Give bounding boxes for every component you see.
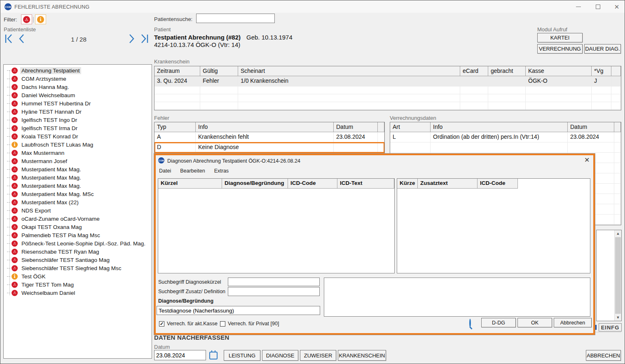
calendar-button[interactable] [208,350,218,360]
patient-list-item[interactable]: Pößneck-Test Leonie-Sophie Dipl.-Soz. Pä… [7,239,151,247]
scroll-up-icon[interactable]: ▲ [615,230,621,237]
dauer-diag-button[interactable]: DAUER DIAG. [584,44,621,54]
filter-error-button[interactable]: ⚠ [21,14,32,24]
patient-list-item[interactable]: Test ÖGK [7,272,151,280]
patient-list-item[interactable]: Igelfisch TEST Irma Dr [7,124,151,132]
patient-list-item[interactable]: Musterpatient Max Mag. [7,173,151,182]
diagnosen-table[interactable]: Kürzel Diagnose/Begründung ICD-Code ICD-… [158,178,395,273]
zuweiser-button[interactable]: ZUWEISER [300,350,336,361]
fehler-row-selected[interactable]: D Keine Diagnose [154,142,384,153]
patient-list-item[interactable]: Musterpatient Max Mag. [7,165,151,173]
col-typ[interactable]: Typ [154,122,196,132]
patient-list-item[interactable]: Hummel TEST Hubertina Dr [7,99,151,107]
krankenschein-button[interactable]: KRANKENSCHEIN [338,350,386,361]
menu-datei[interactable]: Datei [159,168,171,174]
privat-checkbox[interactable]: Verrech. für Privat [90] [220,321,279,327]
col-gebracht[interactable]: gebracht [488,66,526,76]
menu-extras[interactable]: Extras [214,168,229,174]
col-datum[interactable]: Datum [568,122,614,132]
patient-list-item-label: Hyäne TEST Hannah Dr [20,108,83,115]
status-icon [12,158,18,164]
patient-list-item[interactable]: Tiger TEST Tom Mag [7,280,151,289]
patient-list-item[interactable]: Musterpatient Max Mag. [7,182,151,190]
search-zusatz-input[interactable] [228,287,320,296]
patient-list-item[interactable]: Abrechnung Testpatient [7,66,151,75]
verrechnungsdaten-row[interactable]: L Ordination (ab der dritten) pers.In (V… [390,132,621,142]
abbrechen-button[interactable]: ABBRECHEN [586,350,621,361]
patient-list-item[interactable]: Mustermann Josef [7,157,151,165]
col-kuerzel[interactable]: Kürzel [158,179,222,189]
patient-list-item[interactable]: Riesenschabe TEST Ryan Mag [7,247,151,256]
diagnose-button[interactable]: DIAGNOSE [262,350,298,361]
krankenschein-row[interactable]: 3. Qu. 2024 Fehler 1/0 Krankenschein ÖGK… [154,76,621,86]
patient-list-item[interactable]: Igelfisch TEST Ingo Dr [7,116,151,124]
next-patient-button[interactable] [128,33,136,44]
col-info[interactable]: Info [431,122,568,132]
col-vg[interactable]: *Vg [592,66,611,76]
col-info[interactable]: Info [196,122,334,132]
patient-list-item[interactable]: Musterpatient Max Mag. MSc [7,190,151,198]
col-gueltig[interactable]: Gültig [200,66,238,76]
col-icd-code[interactable]: ICD-Code [478,179,518,189]
verrechnung-button[interactable]: VERRECHNUNG [537,44,583,54]
search-button[interactable] [469,320,471,327]
first-patient-button[interactable] [5,33,14,44]
zusatz-table[interactable]: Kürze Zusatztext ICD-Code [397,178,590,273]
col-kasse[interactable]: Kasse [526,66,592,76]
patient-list-item[interactable]: CGM Arztsysteme [7,75,151,83]
patient-list-item[interactable]: Hyäne TEST Hannah Dr [7,107,151,116]
scroll-down-icon[interactable]: ▼ [615,314,621,321]
ok-button[interactable]: OK [517,318,552,327]
status-icon [12,142,18,148]
vertical-scrollbar[interactable]: ▲ ▼ [614,230,621,321]
col-zeitraum[interactable]: Zeitraum [154,66,200,76]
zusatz-header: Kürze Zusatztext ICD-Code [397,179,590,189]
patient-list-item[interactable]: oCard-Zuname oCard-Vorname [7,215,151,223]
dialog-close-button[interactable]: ✕ [584,156,590,164]
patient-list-item[interactable]: Daniel Weichselbaum [7,91,151,99]
col-zusatztext[interactable]: Zusatztext [418,179,478,189]
maximize-button[interactable] [592,2,604,11]
col-datum[interactable]: Datum [334,122,378,132]
patient-list-item[interactable]: Laubfrosch TEST Lukas Mag [7,140,151,149]
prev-patient-button[interactable] [18,33,25,44]
search-kuerzel-input[interactable] [228,278,320,286]
col-kuerze[interactable]: Kürze [397,179,418,189]
patient-list-item[interactable]: Palmendieb TEST Pia Mag Msc [7,231,151,239]
patient-list-item[interactable]: Max Mustermann [7,149,151,157]
patientensuche-label: Patientensuche: [154,16,192,22]
patient-list-item[interactable]: Okapi TEST Oxana Mag [7,223,151,231]
menu-bearbeiten[interactable]: Bearbeiten [180,168,205,174]
minimize-button[interactable] [572,2,585,11]
dialog-abbrechen-button[interactable]: Abbrechen [554,318,592,327]
patient-list-item[interactable]: Koala TEST Konrad Dr [7,132,151,140]
close-button[interactable]: ✕ [611,2,623,11]
patient-list-panel[interactable]: Abrechnung Testpatient CGM Arztsysteme D… [3,64,152,359]
patient-list-item[interactable]: Musterpatient Max (22) [7,198,151,206]
patientensuche-input[interactable] [196,14,275,23]
kasse-checkbox[interactable]: ✓ Verrech. für akt.Kasse [159,321,218,327]
diagnose-input[interactable] [157,306,320,315]
datum-input[interactable] [154,350,206,360]
patient-list: Abrechnung Testpatient CGM Arztsysteme D… [7,66,151,297]
patient-list-item[interactable]: NDS Export [7,206,151,215]
col-icd-code[interactable]: ICD-Code [288,179,337,189]
patient-list-item[interactable]: Weichselbaum Daniel [7,289,151,297]
leistung-button[interactable]: LEISTUNG [224,350,260,361]
col-art[interactable]: Art [390,122,431,132]
last-patient-button[interactable] [140,33,149,44]
patient-list-item-label: Palmendieb TEST Pia Mag Msc [20,232,101,239]
col-icd-text[interactable]: ICD-Text [337,179,394,189]
krankenschein-table[interactable]: Zeitraum Gültig Scheinart eCard gebracht… [154,66,621,110]
d-dg-button[interactable]: D-DG [481,318,516,327]
kartei-button[interactable]: KARTEI [537,33,583,42]
patient-list-item[interactable]: Siebenschläfer TEST Santiago Mag [7,256,151,264]
filter-info-button[interactable]: i [35,14,46,24]
col-diagnose[interactable]: Diagnose/Begründung [222,179,288,189]
patient-list-item[interactable]: Siebenschläfer TEST Siegfried Mag Msc [7,264,151,272]
scrollbar-thumb[interactable] [615,237,621,314]
col-scheinart[interactable]: Scheinart [238,66,460,76]
col-ecard[interactable]: eCard [460,66,488,76]
patient-list-item[interactable]: Dachs Hanna Mag. [7,83,151,91]
fehler-row[interactable]: A Krankenschein fehlt 23.08.2024 [154,132,384,142]
